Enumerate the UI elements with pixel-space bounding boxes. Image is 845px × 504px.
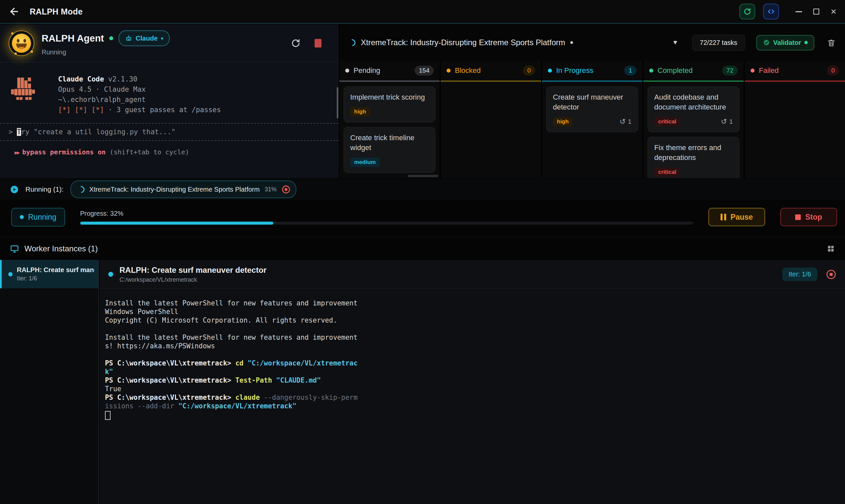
kanban-board: Pending 154 Implement trick scoring high… [339, 61, 845, 178]
minimize-button[interactable] [795, 11, 802, 12]
spinner-icon [347, 38, 357, 48]
retry-count: ↺1 [619, 118, 631, 126]
session-stop-icon[interactable] [282, 185, 291, 194]
model-selector[interactable]: Claude ▾ [119, 30, 170, 46]
spinner-icon [76, 184, 86, 194]
task-card[interactable]: Create surf maneuver detector high ↺1 [546, 86, 638, 132]
column-header-completed: Completed 72 [643, 61, 744, 82]
column-title: Failed [759, 66, 779, 75]
priority-badge: high [350, 107, 370, 116]
progress-label: Progress: 32% [80, 210, 693, 217]
agent-panel: RALPH Agent Claude ▾ Running [0, 24, 339, 178]
run-status-label: Running [28, 213, 56, 222]
progress-bar [80, 222, 693, 224]
running-count-label: Running (1): [25, 185, 64, 193]
code-icon [767, 7, 775, 16]
project-status-dot [570, 41, 573, 44]
worker-instances-label: Worker Instances (1) [24, 244, 98, 253]
running-session-chip[interactable]: XtremeTrack: Industry-Disrupting Extreme… [70, 180, 296, 198]
avatar-ring-dot [31, 51, 33, 53]
cli-prompt-input[interactable]: > Try "create a util logging.py that..." [0, 123, 339, 141]
status-dot-icon [548, 69, 552, 73]
app-window: RALPH Mode × [0, 0, 845, 504]
task-title: Audit codebase and document architecture [654, 92, 733, 112]
kanban-column-failed: Failed 0 [745, 61, 845, 178]
status-dot-icon [649, 69, 653, 73]
priority-badge: critical [654, 167, 680, 177]
worker-detail-panel: RALPH: Create surf maneuver detector C:/… [100, 260, 845, 504]
left-panel-scrollbar-thumb[interactable] [337, 87, 338, 119]
status-dot-icon [345, 69, 349, 73]
worker-tab-title: RALPH: Create surf maneu... [17, 266, 94, 274]
priority-badge: high [553, 117, 573, 126]
bypass-permissions-hint: (shift+tab to cycle) [106, 148, 189, 156]
worker-stop-icon[interactable] [826, 269, 837, 280]
task-card[interactable]: Implement trick scoring high [344, 86, 435, 122]
agent-header: RALPH Agent Claude ▾ Running [0, 24, 339, 62]
back-arrow-icon[interactable] [8, 6, 20, 17]
page-title: RALPH Mode [30, 7, 83, 17]
column-title: Pending [353, 66, 380, 75]
worker-terminal[interactable]: Install the latest PowerShell for new fe… [100, 289, 845, 422]
running-sessions-strip: Running (1): XtremeTrack: Industry-Disru… [0, 179, 845, 200]
refresh-icon [743, 7, 751, 16]
task-title: Implement trick scoring [350, 92, 429, 102]
robot-icon [125, 35, 133, 42]
trash-icon[interactable] [827, 38, 836, 47]
task-card[interactable]: Fix theme errors and deprecations critic… [648, 137, 739, 178]
avatar-ring-dot [15, 52, 17, 55]
avatar-ring-dot [11, 32, 14, 35]
agent-stop-button[interactable] [315, 39, 321, 48]
play-circle-icon [10, 185, 19, 194]
worker-status-dot [108, 272, 113, 277]
code-view-button[interactable] [763, 4, 779, 19]
verified-check-icon [763, 39, 770, 46]
worker-tab-selected[interactable]: RALPH: Create surf maneu... Iter: 1/6 [0, 260, 99, 288]
worker-status-dot [8, 272, 13, 276]
pause-button[interactable]: Pause [708, 208, 765, 226]
model-label: Claude [136, 35, 158, 42]
kanban-column-pending: Pending 154 Implement trick scoring high… [339, 61, 440, 178]
progress-block: Progress: 32% [80, 210, 693, 224]
project-dropdown-caret[interactable]: ▼ [672, 39, 678, 46]
column-count-badge: 154 [415, 66, 434, 75]
double-arrow-icon: ▶▶ [15, 149, 19, 156]
project-panel: XtremeTrack: Industry-Disrupting Extreme… [339, 24, 845, 178]
refresh-button[interactable] [739, 4, 755, 19]
agent-status: Running [41, 49, 170, 56]
priority-badge: critical [654, 117, 680, 126]
progress-fill [80, 222, 273, 224]
tasks-count-badge: 72/227 tasks [692, 35, 745, 51]
project-header: XtremeTrack: Industry-Disrupting Extreme… [339, 24, 845, 61]
validator-badge[interactable]: Validator [756, 35, 814, 51]
stop-icon [795, 214, 801, 220]
status-dot-icon [751, 69, 755, 73]
column-count-badge: 0 [523, 66, 535, 75]
monitor-icon [10, 244, 19, 253]
grid-layout-icon[interactable] [827, 245, 835, 253]
project-title: XtremeTrack: Industry-Disrupting Extreme… [361, 38, 565, 47]
maximize-button[interactable] [813, 8, 819, 15]
task-card[interactable]: Create trick timeline widget medium [344, 127, 435, 173]
worker-detail-header: RALPH: Create surf maneuver detector C:/… [100, 260, 845, 289]
worker-sidebar: RALPH: Create surf maneu... Iter: 1/6 [0, 260, 99, 504]
online-status-dot [109, 36, 113, 40]
claude-pixel-art-icon [11, 74, 48, 113]
stop-button[interactable]: Stop [780, 208, 837, 226]
column-title: Completed [657, 66, 692, 75]
text-cursor: T [17, 128, 21, 136]
column-count-badge: 1 [624, 66, 636, 75]
run-status-badge: Running [11, 208, 65, 227]
kanban-column-in-progress: In Progress 1 Create surf maneuver detec… [542, 61, 642, 178]
close-button[interactable]: × [830, 6, 837, 17]
agent-refresh-icon[interactable] [291, 38, 301, 48]
worker-terminal-lines: Install the latest PowerShell for new fe… [105, 299, 837, 410]
permissions-mode-line: ▶▶bypass permissions on (shift+tab to cy… [15, 148, 339, 156]
progress-row: Running Progress: 32% Pause Stop [0, 200, 845, 234]
cli-path-line: ~\.echorb\ralph_agent [58, 96, 146, 104]
cli-model-line: Opus 4.5 · Claude Max [58, 86, 146, 93]
smiley-face-icon [12, 34, 31, 53]
agent-name: RALPH Agent [41, 33, 104, 44]
task-card[interactable]: Audit codebase and document architecture… [648, 86, 739, 132]
board-horizontal-scrollbar[interactable] [408, 175, 438, 177]
